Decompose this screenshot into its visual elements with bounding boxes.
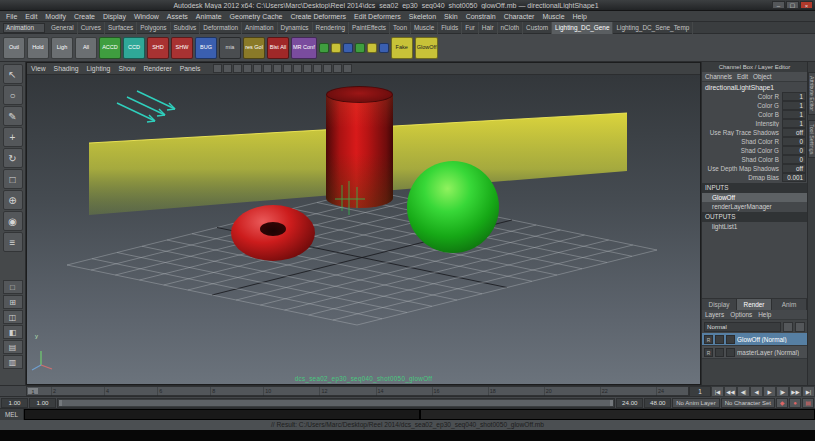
channel-value-field[interactable]: 1 bbox=[782, 101, 806, 110]
menu-item[interactable]: Window bbox=[130, 13, 163, 20]
shelf-tab[interactable]: Animation bbox=[242, 22, 277, 34]
soft-mod-tool[interactable]: ◉ bbox=[3, 211, 23, 231]
menu-item[interactable]: Geometry Cache bbox=[226, 13, 287, 20]
resolution-gate-icon[interactable] bbox=[293, 64, 302, 73]
menu-item[interactable]: Modify bbox=[41, 13, 70, 20]
grid-icon[interactable] bbox=[273, 64, 282, 73]
viewport-3d[interactable]: y dcs_sea02_ep30_seq040_shot0050_glowOff bbox=[27, 75, 700, 384]
red-cylinder[interactable] bbox=[326, 86, 393, 210]
shelf-button[interactable]: MR Conf bbox=[291, 37, 317, 59]
shelf-tab[interactable]: Dynamics bbox=[278, 22, 313, 34]
menu-item[interactable]: File bbox=[2, 13, 21, 20]
shelf-tab[interactable]: Fur bbox=[462, 22, 479, 34]
maximize-button[interactable]: ☐ bbox=[786, 1, 799, 9]
range-slider-handle[interactable] bbox=[59, 400, 613, 406]
channel-box-menu-item[interactable]: Edit bbox=[737, 73, 748, 80]
close-button[interactable]: × bbox=[800, 1, 813, 9]
menu-item[interactable]: Edit Deformers bbox=[350, 13, 405, 20]
shelf-button[interactable]: GlowOff bbox=[415, 37, 439, 59]
shelf-button[interactable] bbox=[367, 43, 377, 53]
select-camera-icon[interactable] bbox=[213, 64, 222, 73]
layer-editor-menu-item[interactable]: Help bbox=[758, 311, 771, 318]
safe-action-icon[interactable] bbox=[323, 64, 332, 73]
shelf-tab[interactable]: Subdivs bbox=[171, 22, 201, 34]
shelf-button[interactable] bbox=[343, 43, 353, 53]
create-empty-layer-button[interactable] bbox=[783, 322, 793, 332]
shelf-button[interactable]: CCD bbox=[123, 37, 145, 59]
shelf-button[interactable] bbox=[355, 43, 365, 53]
shelf-button[interactable]: BUG bbox=[195, 37, 217, 59]
shelf-button[interactable]: SHD bbox=[147, 37, 169, 59]
play-forward-button[interactable]: ▶ bbox=[763, 386, 776, 397]
rotate-tool[interactable]: ↻ bbox=[3, 148, 23, 168]
shelf-button[interactable]: Ligh bbox=[51, 37, 73, 59]
menu-item[interactable]: Display bbox=[99, 13, 130, 20]
command-line-mode-button[interactable]: MEL bbox=[0, 409, 24, 420]
channel-value-field[interactable]: 1 bbox=[782, 119, 806, 128]
shelf-tab[interactable]: Curves bbox=[78, 22, 105, 34]
shelf-button[interactable] bbox=[331, 43, 341, 53]
channel-value-field[interactable]: 0 bbox=[782, 137, 806, 146]
layer-editor-menu-item[interactable]: Layers bbox=[705, 311, 724, 318]
channel-box-menu-item[interactable]: Object bbox=[753, 73, 771, 80]
minimize-button[interactable]: – bbox=[772, 1, 785, 9]
channel-value-field[interactable]: 1 bbox=[782, 92, 806, 101]
persp-outliner-layout-button[interactable]: ◧ bbox=[3, 325, 23, 339]
shelf-button[interactable]: Outl bbox=[3, 37, 25, 59]
layer-editor-tab[interactable]: Render bbox=[737, 299, 772, 310]
input-node-item[interactable]: GlowOff bbox=[702, 193, 807, 202]
shelf-button[interactable]: ACCD bbox=[99, 37, 121, 59]
render-layer-row[interactable]: R GlowOff (Normal) bbox=[702, 333, 807, 346]
layer-editor-menu-item[interactable]: Options bbox=[730, 311, 752, 318]
shelf-button[interactable]: res Gol bbox=[243, 37, 265, 59]
panel-menu-item[interactable]: Lighting bbox=[83, 65, 115, 72]
panel-menu-item[interactable]: Shading bbox=[50, 65, 83, 72]
command-line-input[interactable] bbox=[24, 409, 420, 420]
layer-editor-tab[interactable]: Display bbox=[702, 299, 737, 310]
panel-menu-item[interactable]: View bbox=[27, 65, 50, 72]
menu-item[interactable]: Character bbox=[500, 13, 539, 20]
channel-value-field[interactable]: 0 bbox=[782, 146, 806, 155]
auto-key-button[interactable]: ● bbox=[789, 398, 801, 408]
single-pane-layout-button[interactable]: □ bbox=[3, 280, 23, 294]
character-set-select[interactable]: No Character Set bbox=[721, 398, 775, 408]
step-back-frame-button[interactable]: ◀| bbox=[737, 386, 750, 397]
menu-set-select[interactable]: Animation bbox=[3, 23, 45, 33]
shelf-tab[interactable]: Hair bbox=[479, 22, 498, 34]
camera-attributes-icon[interactable] bbox=[233, 64, 242, 73]
set-key-button[interactable]: ◆ bbox=[776, 398, 788, 408]
menu-item[interactable]: Assets bbox=[163, 13, 192, 20]
step-forward-key-button[interactable]: ▶▶ bbox=[789, 386, 802, 397]
shelf-button[interactable]: mia bbox=[219, 37, 241, 59]
playback-end-field[interactable]: 24.00 bbox=[616, 398, 643, 408]
menu-item[interactable]: Create Deformers bbox=[286, 13, 350, 20]
two-d-pan-zoom-icon[interactable] bbox=[263, 64, 272, 73]
menu-item[interactable]: Skin bbox=[440, 13, 462, 20]
paint-select-tool[interactable]: ✎ bbox=[3, 106, 23, 126]
bookmark-icon[interactable] bbox=[243, 64, 252, 73]
two-pane-layout-button[interactable]: ◫ bbox=[3, 310, 23, 324]
channel-value-field[interactable]: 0 bbox=[782, 155, 806, 164]
menu-item[interactable]: Edit bbox=[21, 13, 41, 20]
safe-title-icon[interactable] bbox=[333, 64, 342, 73]
step-forward-frame-button[interactable]: |▶ bbox=[776, 386, 789, 397]
layer-color-swatch[interactable] bbox=[726, 335, 735, 344]
current-frame-marker[interactable]: 1 bbox=[28, 388, 38, 394]
menu-item[interactable]: Constrain bbox=[462, 13, 500, 20]
current-time-field[interactable]: 1 bbox=[689, 386, 711, 397]
field-chart-icon[interactable] bbox=[313, 64, 322, 73]
channel-value-field[interactable]: 1 bbox=[782, 110, 806, 119]
create-layer-from-selected-button[interactable] bbox=[795, 322, 805, 332]
channel-value-field[interactable]: 0.001 bbox=[782, 173, 806, 182]
shelf-tab[interactable]: Custom bbox=[523, 22, 552, 34]
hud-icon[interactable] bbox=[343, 64, 352, 73]
channel-value-field[interactable]: off bbox=[782, 164, 806, 173]
shelf-button[interactable]: SHW bbox=[171, 37, 193, 59]
shelf-tab[interactable]: nCloth bbox=[498, 22, 523, 34]
shelf-button[interactable]: All bbox=[75, 37, 97, 59]
shelf-tab[interactable]: Polygons bbox=[137, 22, 170, 34]
menu-item[interactable]: Create bbox=[70, 13, 99, 20]
shelf-button[interactable]: Hold bbox=[27, 37, 49, 59]
select-tool[interactable]: ↖ bbox=[3, 64, 23, 84]
layer-renderable-toggle[interactable]: R bbox=[704, 335, 713, 344]
